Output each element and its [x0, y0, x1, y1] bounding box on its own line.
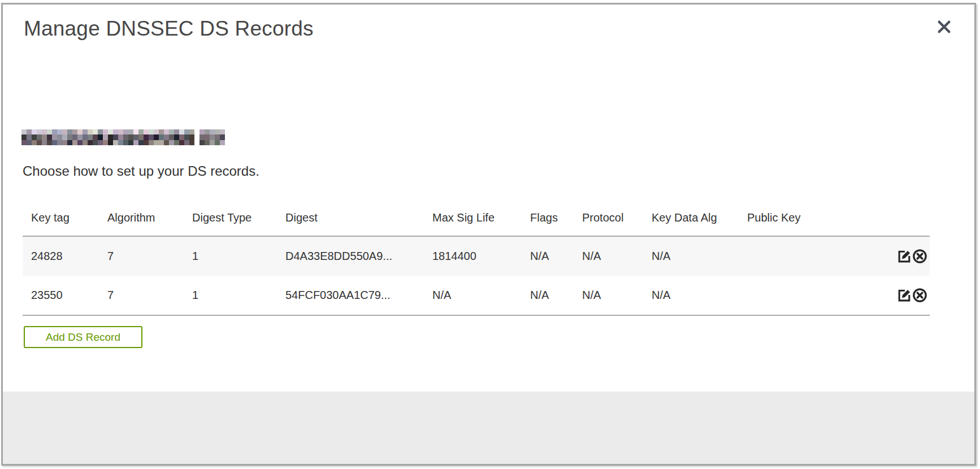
close-icon	[936, 19, 952, 34]
header-actions	[882, 192, 930, 236]
cell-key-data-alg: N/A	[643, 276, 739, 315]
redacted-domain-name	[21, 129, 225, 145]
cell-algorithm: 7	[99, 236, 184, 276]
header-public-key: Public Key	[739, 192, 882, 236]
cell-key-tag: 24828	[23, 236, 99, 276]
cell-protocol: N/A	[574, 276, 643, 315]
add-ds-record-button[interactable]: Add DS Record	[24, 326, 142, 348]
cell-digest-type: 1	[184, 276, 277, 315]
modal-footer: Save Cancel	[3, 392, 974, 464]
row-actions	[882, 276, 930, 315]
edit-record-button[interactable]	[897, 288, 912, 303]
table-row: 23550 7 1 54FCF030AA1C79... N/A N/A N/A …	[23, 276, 930, 315]
cell-digest: 54FCF030AA1C79...	[277, 276, 424, 315]
close-button[interactable]	[935, 19, 953, 37]
edit-record-button[interactable]	[897, 249, 912, 264]
cell-public-key	[739, 276, 882, 315]
instruction-text: Choose how to set up your DS records.	[23, 163, 259, 179]
delete-record-button[interactable]	[912, 288, 927, 303]
header-digest-type: Digest Type	[184, 192, 277, 236]
cell-max-sig-life: 1814400	[424, 236, 522, 276]
header-protocol: Protocol	[574, 192, 643, 236]
cell-max-sig-life: N/A	[424, 276, 522, 315]
delete-icon	[912, 249, 927, 264]
header-digest: Digest	[277, 192, 424, 236]
edit-icon	[897, 288, 912, 303]
header-key-data-alg: Key Data Alg	[643, 192, 739, 236]
header-algorithm: Algorithm	[99, 192, 184, 236]
cell-public-key	[739, 236, 882, 276]
ds-records-table: Key tag Algorithm Digest Type Digest Max…	[23, 192, 930, 316]
cell-algorithm: 7	[99, 276, 184, 315]
table-row: 24828 7 1 D4A33E8DD550A9... 1814400 N/A …	[23, 236, 930, 276]
manage-dnssec-modal: Manage DNSSEC DS Records Choose how to s…	[1, 3, 976, 466]
delete-record-button[interactable]	[912, 249, 927, 264]
row-actions	[882, 236, 930, 276]
edit-icon	[897, 249, 912, 264]
cell-flags: N/A	[522, 276, 574, 315]
page-title: Manage DNSSEC DS Records	[24, 17, 314, 41]
cell-digest-type: 1	[184, 236, 277, 276]
table-header-row: Key tag Algorithm Digest Type Digest Max…	[23, 192, 930, 236]
cell-key-data-alg: N/A	[643, 236, 739, 276]
cell-key-tag: 23550	[23, 276, 99, 315]
header-key-tag: Key tag	[23, 192, 99, 236]
cell-protocol: N/A	[574, 236, 643, 276]
delete-icon	[912, 288, 927, 303]
cell-flags: N/A	[522, 236, 574, 276]
cell-digest: D4A33E8DD550A9...	[277, 236, 424, 276]
header-flags: Flags	[522, 192, 574, 236]
header-max-sig-life: Max Sig Life	[424, 192, 522, 236]
